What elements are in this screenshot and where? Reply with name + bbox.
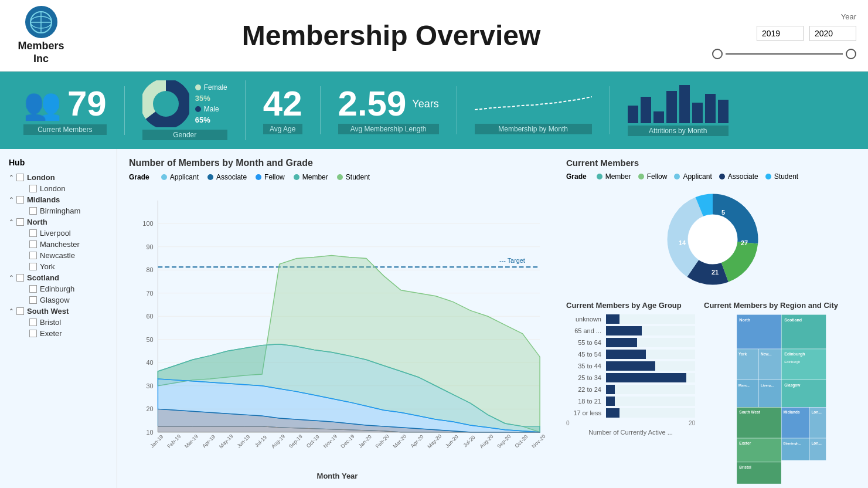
- treemap-exeter-label: Exeter: [739, 441, 751, 445]
- sidebar-item-london-city[interactable]: London: [9, 183, 108, 194]
- sidebar-item-exeter[interactable]: Exeter: [9, 328, 108, 339]
- svg-text:Feb-19: Feb-19: [166, 433, 182, 449]
- age-row-22: 22 to 24: [566, 385, 695, 394]
- sidebar-item-manchester[interactable]: Manchester: [9, 239, 108, 250]
- year-to-input[interactable]: [809, 26, 856, 41]
- liverpool-checkbox[interactable]: [29, 229, 37, 237]
- logo-icon: [25, 6, 57, 38]
- age-group-section: Current Members by Age Group unknown 65 …: [566, 301, 695, 476]
- treemap-scotland-label: Scotland: [784, 318, 802, 323]
- slider-right-handle[interactable]: [846, 49, 856, 59]
- svg-text:Aug-20: Aug-20: [478, 433, 494, 449]
- age-bar-fill-65: [606, 326, 642, 336]
- stat-attritions: Attritions by Month: [610, 85, 746, 136]
- sidebar-item-north-region[interactable]: ⌃ North: [9, 216, 108, 228]
- cm-applicant-dot: [674, 174, 680, 179]
- svg-text:Mar-20: Mar-20: [392, 433, 408, 449]
- legend-student: Student: [337, 173, 370, 181]
- birmingham-label: Birmingham: [40, 206, 80, 215]
- sidebar-item-midlands-region[interactable]: ⌃ Midlands: [9, 194, 108, 205]
- svg-text:Nov-20: Nov-20: [530, 433, 546, 449]
- manchester-checkbox[interactable]: [29, 240, 37, 248]
- line-chart-container: 10 20 30 40 50 60 70 80 90 100: [129, 187, 546, 469]
- attr-bar-3: [653, 111, 664, 123]
- birmingham-checkbox[interactable]: [29, 207, 37, 215]
- southwest-arrow: ⌃: [9, 308, 13, 314]
- bristol-checkbox[interactable]: [29, 318, 37, 326]
- treemap-container: North Scotland York New... Edinburgh: [704, 314, 859, 484]
- exeter-label: Exeter: [40, 329, 62, 338]
- north-checkbox[interactable]: [16, 218, 24, 226]
- age-row-65: 65 and ...: [566, 326, 695, 336]
- london-label: London: [27, 173, 55, 182]
- legend-applicant: Applicant: [161, 173, 199, 181]
- midlands-checkbox[interactable]: [16, 196, 24, 204]
- york-checkbox[interactable]: [29, 263, 37, 270]
- cm-legend-applicant: Applicant: [674, 172, 712, 181]
- age-row-25: 25 to 34: [566, 373, 695, 382]
- attr-bar-1: [628, 106, 638, 123]
- logo-text: MembersInc: [18, 40, 64, 65]
- age-group-title: Current Members by Age Group: [566, 301, 695, 310]
- stat-current-members: 👥 79 Current Members: [18, 86, 125, 135]
- svg-text:Jul-20: Jul-20: [462, 434, 476, 448]
- current-members-value: 79: [67, 86, 107, 121]
- legend-member: Member: [294, 173, 328, 181]
- sidebar-item-edinburgh[interactable]: Edinburgh: [9, 283, 108, 294]
- glasgow-label: Glasgow: [40, 296, 70, 304]
- svg-text:--- Target: --- Target: [499, 257, 525, 265]
- age-bar-fill-45: [606, 350, 646, 359]
- svg-text:Apr-19: Apr-19: [201, 434, 216, 449]
- london-checkbox[interactable]: [16, 174, 24, 181]
- chart-area: Number of Members by Month and Grade Gra…: [117, 149, 557, 488]
- sidebar-item-bristol[interactable]: Bristol: [9, 317, 108, 328]
- stat-avg-age: 42 Avg Age: [246, 86, 321, 134]
- age-bar-fill-25: [606, 373, 686, 382]
- year-from-input[interactable]: [757, 26, 804, 41]
- sidebar-item-london-region[interactable]: ⌃ London: [9, 172, 108, 183]
- treemap-midlands-label: Midlands: [783, 410, 800, 414]
- svg-text:50: 50: [146, 336, 153, 343]
- svg-text:Feb-20: Feb-20: [375, 433, 390, 449]
- midlands-arrow: ⌃: [9, 196, 13, 203]
- applicant-dot: [161, 174, 167, 180]
- female-pct: 35%: [195, 94, 227, 103]
- newcastle-checkbox[interactable]: [29, 252, 37, 259]
- london-arrow: ⌃: [9, 174, 13, 181]
- associate-dot: [207, 174, 213, 180]
- age-bar-bg-unknown: [606, 314, 695, 324]
- manchester-label: Manchester: [40, 240, 80, 249]
- sidebar-item-birmingham[interactable]: Birmingham: [9, 205, 108, 216]
- avg-membership-unit: Years: [412, 98, 438, 110]
- scotland-checkbox[interactable]: [16, 274, 24, 282]
- age-label-17: 17 or less: [566, 409, 601, 416]
- york-label: York: [40, 262, 55, 271]
- year-inputs[interactable]: [757, 26, 856, 41]
- year-slider[interactable]: [712, 49, 856, 59]
- age-bar-bg-55: [606, 338, 695, 347]
- edinburgh-label: Edinburgh: [40, 284, 74, 293]
- edinburgh-checkbox[interactable]: [29, 285, 37, 293]
- current-members-title: Current Members: [566, 158, 859, 168]
- london-city-checkbox[interactable]: [29, 185, 37, 192]
- current-members-main: 👥 79: [23, 86, 107, 122]
- exeter-checkbox[interactable]: [29, 330, 37, 337]
- sidebar-item-scotland-region[interactable]: ⌃ Scotland: [9, 272, 108, 283]
- sidebar-item-southwest-region[interactable]: ⌃ South West: [9, 306, 108, 317]
- sidebar-item-york[interactable]: York: [9, 261, 108, 272]
- age-axis: 0 20: [566, 420, 695, 426]
- age-bar-fill-35: [606, 361, 655, 371]
- sidebar-item-glasgow[interactable]: Glasgow: [9, 294, 108, 306]
- north-label: North: [27, 218, 47, 226]
- southwest-checkbox[interactable]: [16, 307, 24, 315]
- page-title: Membership Overview: [70, 19, 712, 52]
- age-bars: unknown 65 and ... 55 to 64: [566, 314, 695, 418]
- line-chart-svg: 10 20 30 40 50 60 70 80 90 100: [129, 187, 546, 469]
- sidebar-item-newcastle[interactable]: Newcastle: [9, 250, 108, 261]
- stats-banner: 👥 79 Current Members Female 35% Mal: [0, 72, 868, 149]
- cm-legend-student: Student: [765, 172, 798, 181]
- glasgow-checkbox[interactable]: [29, 296, 37, 304]
- cm-associate-label: Associate: [728, 172, 758, 181]
- slider-left-handle[interactable]: [712, 49, 723, 59]
- sidebar-item-liverpool[interactable]: Liverpool: [9, 228, 108, 239]
